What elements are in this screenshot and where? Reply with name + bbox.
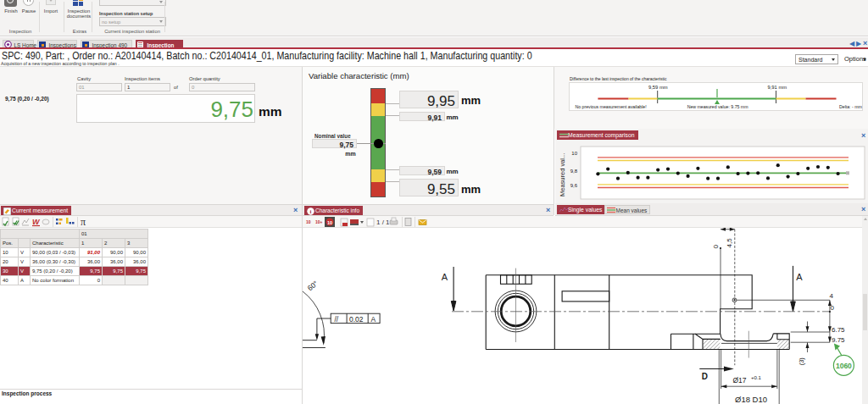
svg-text:60°: 60°	[306, 279, 320, 292]
svg-text:A: A	[796, 272, 803, 282]
svg-text:No color formation: No color formation	[32, 278, 74, 283]
svg-text:9,91 mm: 9,91 mm	[768, 85, 787, 90]
svg-text:A: A	[371, 315, 376, 324]
svg-text:9,75: 9,75	[136, 268, 146, 274]
svg-text:4: 4	[830, 292, 834, 300]
svg-text:A: A	[442, 272, 448, 282]
svg-text:i: i	[310, 208, 312, 215]
svg-text:01: 01	[81, 231, 87, 236]
svg-text:10: 10	[306, 219, 311, 224]
svg-text:9,75: 9,75	[113, 268, 123, 274]
svg-text:Pos.: Pos.	[3, 241, 13, 246]
svg-text:10+: 10+	[315, 219, 323, 224]
svg-text:1060: 1060	[836, 362, 852, 370]
svg-text:90,00 (0,03 / -0,03): 90,00 (0,03 / -0,03)	[32, 250, 75, 255]
svg-text:9,75: 9,75	[90, 268, 100, 274]
svg-text:A: A	[20, 278, 24, 283]
svg-text:9,75 (0,20 / -0,20): 9,75 (0,20 / -0,20)	[32, 268, 73, 274]
svg-text:π: π	[81, 216, 86, 228]
svg-text:Ø17: Ø17	[733, 376, 747, 385]
svg-text:40: 40	[3, 278, 8, 283]
svg-text:0: 0	[712, 244, 720, 248]
svg-text:4,5: 4,5	[726, 238, 733, 248]
svg-text:10: 10	[571, 151, 577, 156]
svg-text:9,6: 9,6	[570, 183, 578, 188]
svg-text:6.75: 6.75	[832, 326, 845, 334]
svg-text:1 / 1: 1 / 1	[376, 219, 390, 226]
svg-text:9,8: 9,8	[570, 169, 578, 174]
svg-text:No previous measurement availa: No previous measurement available!	[576, 104, 647, 109]
svg-text:30: 30	[3, 268, 8, 274]
svg-text:10: 10	[3, 250, 8, 255]
svg-text:90,00: 90,00	[110, 250, 124, 255]
svg-text:New measured value: 9.75 mm: New measured value: 9.75 mm	[687, 104, 748, 109]
svg-text:90,00: 90,00	[133, 250, 147, 255]
svg-text:36,00 (0,30 / -0,30): 36,00 (0,30 / -0,30)	[32, 259, 75, 264]
svg-text:0: 0	[831, 304, 835, 312]
svg-text:9,59 mm: 9,59 mm	[648, 85, 668, 90]
svg-text:W: W	[32, 218, 41, 226]
svg-text:+0.1: +0.1	[751, 375, 762, 380]
svg-text:20: 20	[3, 259, 8, 264]
svg-text:10: 10	[327, 220, 332, 225]
svg-text:V: V	[20, 259, 24, 264]
svg-text://: //	[335, 315, 339, 324]
svg-text:V: V	[20, 268, 24, 274]
svg-text:0: 0	[97, 278, 101, 283]
svg-text:36,00: 36,00	[133, 259, 147, 264]
svg-text:91,00: 91,00	[87, 250, 101, 255]
svg-text:(3): (3)	[798, 357, 805, 366]
svg-text:D: D	[702, 372, 708, 381]
svg-text:Delta: - mm: Delta: - mm	[839, 104, 862, 109]
svg-text:9.75: 9.75	[832, 336, 845, 344]
svg-text:36,00: 36,00	[87, 259, 101, 264]
svg-text:Ø18 D10: Ø18 D10	[735, 395, 767, 404]
svg-text:0.02: 0.02	[349, 315, 364, 324]
svg-text:Characteristic: Characteristic	[32, 241, 64, 246]
svg-text:36,00: 36,00	[110, 259, 124, 264]
svg-text:V: V	[20, 250, 24, 255]
